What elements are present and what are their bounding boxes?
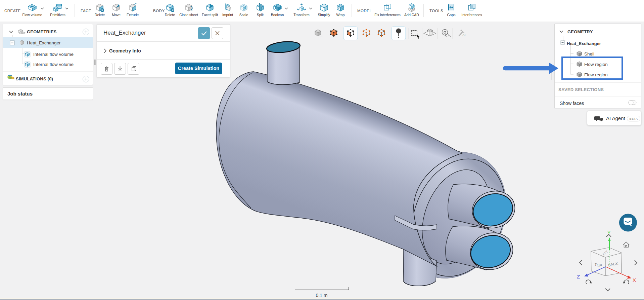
svg-text:Z: Z xyxy=(577,274,580,279)
svg-text:AI: AI xyxy=(462,33,466,37)
svg-text:X: X xyxy=(633,277,636,283)
